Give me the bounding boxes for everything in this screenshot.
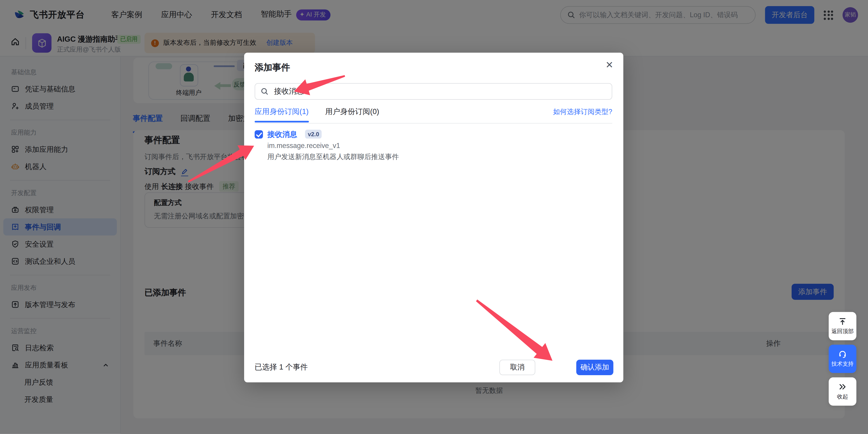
subscription-tabs: 应用身份订阅(1) 用户身份订阅(0)	[255, 107, 379, 123]
tab-app-subscription[interactable]: 应用身份订阅(1)	[255, 107, 309, 123]
headset-icon	[838, 350, 847, 358]
event-checkbox[interactable]	[255, 131, 263, 139]
back-to-top-icon	[838, 317, 847, 326]
back-to-top-button[interactable]: 返回顶部	[829, 312, 856, 340]
subscription-help-link[interactable]: 如何选择订阅类型?	[553, 108, 612, 117]
divider	[255, 123, 612, 123]
tech-support-button[interactable]: 技术支持	[829, 345, 856, 373]
search-icon	[260, 88, 268, 95]
event-name[interactable]: 接收消息	[268, 129, 297, 140]
collapse-button[interactable]: 收起	[829, 377, 856, 406]
floating-toolbar: 返回顶部 技术支持 收起	[829, 312, 856, 406]
event-key: im.message.receive_v1	[268, 142, 340, 150]
event-description: 用户发送新消息至机器人或群聊后推送事件	[268, 152, 399, 162]
modal-title: 添加事件	[255, 62, 290, 74]
event-search-input[interactable]	[273, 87, 606, 96]
event-search-box[interactable]	[255, 83, 612, 99]
selected-count-text: 已选择 1 个事件	[255, 363, 308, 372]
double-chevron-right-icon	[838, 382, 847, 391]
event-version-badge: v2.0	[305, 129, 322, 139]
add-event-modal: 添加事件 ✕ 应用身份订阅(1) 用户身份订阅(0) 如何选择订阅类型? 接收消…	[244, 53, 623, 382]
cancel-button[interactable]: 取消	[499, 359, 535, 375]
confirm-add-button[interactable]: 确认添加	[576, 359, 613, 375]
tab-user-subscription[interactable]: 用户身份订阅(0)	[325, 107, 379, 123]
close-icon[interactable]: ✕	[606, 60, 614, 70]
feishu-open-platform-page: 飞书开放平台 客户案例 应用中心 开发文档 智能助手✦ AI 开发 你可以输入文…	[0, 0, 868, 434]
